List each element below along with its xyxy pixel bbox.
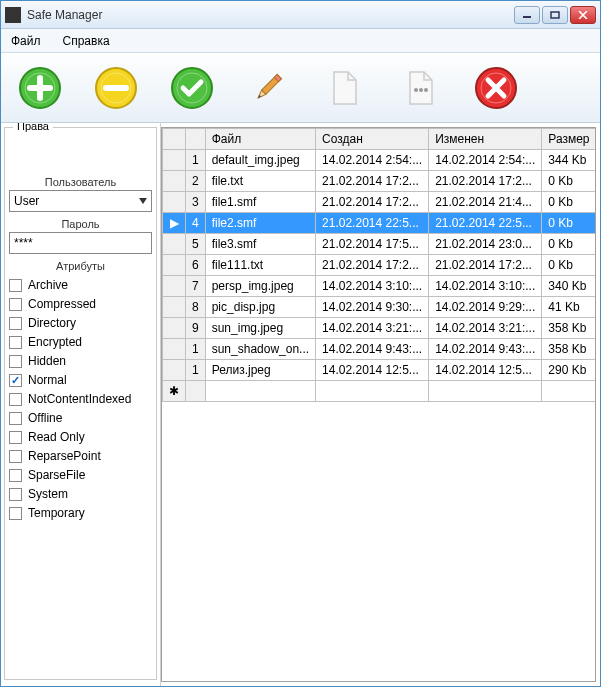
table-row[interactable]: 9sun_img.jpeg14.02.2014 3:21:...14.02.20…	[163, 318, 597, 339]
svg-point-12	[414, 88, 418, 92]
attr-archive[interactable]: Archive	[9, 278, 152, 292]
cell-created: 14.02.2014 3:21:...	[316, 318, 429, 339]
cell-created: 14.02.2014 2:54:...	[316, 150, 429, 171]
svg-rect-1	[551, 12, 559, 18]
row-indicator	[163, 255, 186, 276]
cell-file: default_img.jpeg	[205, 150, 315, 171]
password-input[interactable]	[9, 232, 152, 254]
attr-notcontentindexed[interactable]: NotContentIndexed	[9, 392, 152, 406]
col-file[interactable]: Файл	[205, 129, 315, 150]
row-header-blank	[163, 129, 186, 150]
attr-normal[interactable]: Normal	[9, 373, 152, 387]
window-title: Safe Manager	[27, 8, 514, 22]
menu-file[interactable]: Файл	[7, 32, 45, 50]
checkbox-icon	[9, 317, 22, 330]
attr-offline[interactable]: Offline	[9, 411, 152, 425]
svg-rect-0	[523, 16, 531, 18]
attr-system[interactable]: System	[9, 487, 152, 501]
close-button[interactable]	[570, 6, 596, 24]
attr-encrypted[interactable]: Encrypted	[9, 335, 152, 349]
attr-hidden[interactable]: Hidden	[9, 354, 152, 368]
row-number: 5	[186, 234, 206, 255]
minus-icon	[94, 66, 138, 110]
checkbox-icon	[9, 469, 22, 482]
cell-size: 358 Kb	[542, 339, 596, 360]
cell-created: 14.02.2014 12:5...	[316, 360, 429, 381]
row-number: 8	[186, 297, 206, 318]
cell-file: Релиз.jpeg	[205, 360, 315, 381]
table-row[interactable]: 1default_img.jpeg14.02.2014 2:54:...14.0…	[163, 150, 597, 171]
attr-label: Hidden	[28, 354, 66, 368]
user-select[interactable]: User	[9, 190, 152, 212]
table-row[interactable]: 1Релиз.jpeg14.02.2014 12:5...14.02.2014 …	[163, 360, 597, 381]
table-row[interactable]: 2file.txt21.02.2014 17:2...21.02.2014 17…	[163, 171, 597, 192]
table-row[interactable]: 3file1.smf21.02.2014 17:2...21.02.2014 2…	[163, 192, 597, 213]
attr-read only[interactable]: Read Only	[9, 430, 152, 444]
edit-button[interactable]	[243, 63, 293, 113]
minimize-button[interactable]	[514, 6, 540, 24]
cell-created: 21.02.2014 17:2...	[316, 255, 429, 276]
user-label: Пользователь	[9, 176, 152, 188]
table-row[interactable]: 6file111.txt21.02.2014 17:2...21.02.2014…	[163, 255, 597, 276]
cell-size: 358 Kb	[542, 318, 596, 339]
rights-fieldset: Права Пользователь User Пароль Атрибуты …	[4, 127, 157, 680]
cell-size: 0 Kb	[542, 213, 596, 234]
window-controls	[514, 6, 596, 24]
col-created[interactable]: Создан	[316, 129, 429, 150]
grid-area: Файл Создан Изменен Размер 1default_img.…	[161, 123, 600, 686]
cell-modified: 21.02.2014 17:2...	[429, 255, 542, 276]
menu-help[interactable]: Справка	[59, 32, 114, 50]
attributes-label: Атрибуты	[9, 260, 152, 272]
checkbox-icon	[9, 279, 22, 292]
table-row[interactable]: 7persp_img.jpeg14.02.2014 3:10:...14.02.…	[163, 276, 597, 297]
pencil-icon	[246, 66, 290, 110]
remove-button[interactable]	[91, 63, 141, 113]
cell-size: 41 Kb	[542, 297, 596, 318]
row-number: 1	[186, 360, 206, 381]
attr-compressed[interactable]: Compressed	[9, 297, 152, 311]
checkbox-icon	[9, 431, 22, 444]
attr-label: Normal	[28, 373, 67, 387]
col-size[interactable]: Размер	[542, 129, 596, 150]
row-indicator	[163, 234, 186, 255]
col-modified[interactable]: Изменен	[429, 129, 542, 150]
attr-label: Archive	[28, 278, 68, 292]
add-button[interactable]	[15, 63, 65, 113]
toolbar	[1, 53, 600, 123]
table-row[interactable]: 8pic_disp.jpg14.02.2014 9:30:...14.02.20…	[163, 297, 597, 318]
cell-modified: 14.02.2014 3:10:...	[429, 276, 542, 297]
maximize-button[interactable]	[542, 6, 568, 24]
attr-label: System	[28, 487, 68, 501]
new-file-button[interactable]	[319, 63, 369, 113]
table-row[interactable]: 5file3.smf21.02.2014 17:5...21.02.2014 2…	[163, 234, 597, 255]
cell-modified: 21.02.2014 21:4...	[429, 192, 542, 213]
cell-size: 0 Kb	[542, 171, 596, 192]
checkbox-icon	[9, 450, 22, 463]
attr-label: ReparsePoint	[28, 449, 101, 463]
attr-directory[interactable]: Directory	[9, 316, 152, 330]
row-indicator	[163, 171, 186, 192]
checkbox-icon	[9, 374, 22, 387]
attr-sparsefile[interactable]: SparseFile	[9, 468, 152, 482]
file-grid[interactable]: Файл Создан Изменен Размер 1default_img.…	[161, 127, 596, 682]
cancel-button[interactable]	[471, 63, 521, 113]
attr-reparsepoint[interactable]: ReparsePoint	[9, 449, 152, 463]
apply-button[interactable]	[167, 63, 217, 113]
rights-legend: Права	[13, 123, 53, 132]
attr-temporary[interactable]: Temporary	[9, 506, 152, 520]
checkbox-icon	[9, 355, 22, 368]
attr-label: Offline	[28, 411, 62, 425]
checkbox-icon	[9, 336, 22, 349]
row-indicator	[163, 276, 186, 297]
table-new-row[interactable]: ✱	[163, 381, 597, 402]
cell-modified: 14.02.2014 9:43:...	[429, 339, 542, 360]
table-row[interactable]: ▶4file2.smf21.02.2014 22:5...21.02.2014 …	[163, 213, 597, 234]
row-number: 3	[186, 192, 206, 213]
row-indicator	[163, 339, 186, 360]
properties-button[interactable]	[395, 63, 445, 113]
new-row-indicator: ✱	[163, 381, 186, 402]
cell-modified: 14.02.2014 9:29:...	[429, 297, 542, 318]
table-row[interactable]: 1sun_shadow_on...14.02.2014 9:43:...14.0…	[163, 339, 597, 360]
svg-point-14	[424, 88, 428, 92]
attr-label: SparseFile	[28, 468, 85, 482]
